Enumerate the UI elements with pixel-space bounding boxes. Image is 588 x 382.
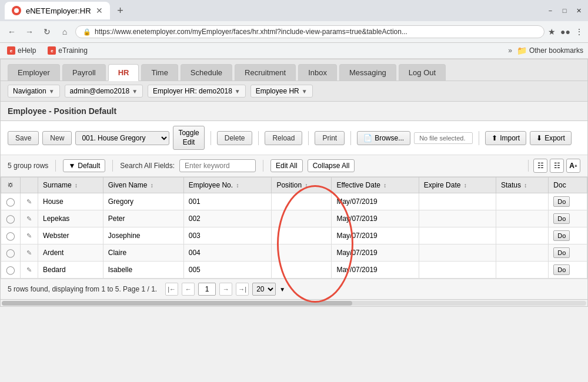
admin-dropdown[interactable]: admin@demo2018 ▼	[65, 85, 143, 98]
row-edit-cell[interactable]: ✎	[21, 210, 38, 227]
edit-all-button[interactable]: Edit All	[270, 159, 303, 172]
th-position-sort: ↕	[305, 182, 308, 189]
menu-icon[interactable]: ⋮	[575, 27, 583, 36]
th-effective-date[interactable]: Effective Date ↕	[332, 177, 419, 193]
row-toggle-icon[interactable]: ◯	[6, 231, 15, 240]
employer-hr-dropdown[interactable]: Employer HR: demo2018 ▼	[148, 85, 246, 98]
columns-icon-button[interactable]: ☷	[550, 159, 564, 173]
bookmarks-more-button[interactable]: »	[508, 46, 512, 55]
cell-doc[interactable]: Do	[549, 227, 587, 244]
row-edit-icon[interactable]: ✎	[26, 249, 32, 256]
bookmark-ehelp[interactable]: e eHelp	[5, 45, 38, 56]
row-edit-cell[interactable]: ✎	[21, 227, 38, 244]
horizontal-scrollbar[interactable]	[1, 299, 587, 306]
cell-doc[interactable]: Do	[549, 244, 587, 262]
doc-button[interactable]: Do	[553, 264, 570, 275]
employee-select[interactable]: 001. House Gregory	[75, 131, 169, 145]
row-edit-cell[interactable]: ✎	[21, 244, 38, 262]
page-last-button[interactable]: →|	[236, 283, 249, 296]
page-next-button[interactable]: →	[219, 283, 232, 296]
row-toggle-icon[interactable]: ◯	[6, 214, 15, 223]
row-edit-icon[interactable]: ✎	[26, 266, 32, 273]
tab-hr[interactable]: HR	[108, 64, 139, 81]
th-surname[interactable]: Surname ↕	[38, 177, 103, 193]
tab-recruitment[interactable]: Recruitment	[235, 64, 296, 81]
filter-icon-button[interactable]: ☷	[533, 159, 547, 173]
cell-doc[interactable]: Do	[549, 210, 587, 227]
cell-doc[interactable]: Do	[549, 262, 587, 279]
import-button[interactable]: ⬆ Import	[485, 131, 526, 145]
save-button[interactable]: Save	[8, 131, 39, 145]
doc-button[interactable]: Do	[553, 230, 570, 241]
close-button[interactable]: ✕	[574, 6, 583, 15]
reload-browser-button[interactable]: ↻	[40, 25, 54, 39]
row-edit-cell[interactable]: ✎	[21, 193, 38, 210]
employee-hr-label: Employee HR	[256, 87, 299, 95]
th-given-name[interactable]: Given Name ↕	[103, 177, 183, 193]
default-button[interactable]: ▼ Default	[63, 159, 105, 172]
tab-title: eNETEmployer:HR	[26, 6, 91, 15]
ehelp-favicon: e	[7, 46, 15, 55]
page-first-button[interactable]: |←	[165, 283, 178, 296]
row-toggle-icon[interactable]: ◯	[6, 265, 15, 274]
row-action-toggle[interactable]: ◯	[1, 227, 21, 244]
bookmark-star-icon[interactable]: ★	[548, 27, 556, 36]
page-number-input[interactable]	[198, 283, 216, 296]
tab-schedule[interactable]: Schedule	[181, 64, 232, 81]
maximize-button[interactable]: □	[560, 6, 569, 15]
new-button[interactable]: New	[42, 131, 72, 145]
row-action-toggle[interactable]: ◯	[1, 210, 21, 227]
address-bar[interactable]: 🔒 https://www.enetemployer.com/myEmploye…	[75, 25, 544, 38]
row-toggle-icon[interactable]: ◯	[6, 248, 15, 257]
new-tab-button[interactable]: +	[112, 2, 129, 19]
tab-messaging[interactable]: Messaging	[339, 64, 396, 81]
print-button[interactable]: Print	[315, 131, 345, 145]
minimize-button[interactable]: −	[546, 6, 555, 15]
home-button[interactable]: ⌂	[58, 25, 72, 39]
reload-button[interactable]: Reload	[265, 131, 302, 145]
tab-logout[interactable]: Log Out	[399, 64, 446, 81]
row-toggle-icon[interactable]: ◯	[6, 197, 15, 206]
bookmark-etraining[interactable]: e eTraining	[45, 45, 90, 56]
doc-button[interactable]: Do	[553, 213, 570, 224]
back-button[interactable]: ←	[5, 25, 19, 39]
doc-button[interactable]: Do	[553, 247, 570, 258]
row-action-toggle[interactable]: ◯	[1, 244, 21, 262]
forward-button[interactable]: →	[22, 25, 36, 39]
row-action-toggle[interactable]: ◯	[1, 262, 21, 279]
tab-time[interactable]: Time	[141, 64, 178, 81]
tab-inbox[interactable]: Inbox	[298, 64, 337, 81]
row-edit-icon[interactable]: ✎	[26, 215, 32, 222]
export-button[interactable]: ⬇ Export	[530, 131, 572, 145]
th-expire-date[interactable]: Expire Date ↕	[419, 177, 496, 193]
browser-tab[interactable]: eNETEmployer:HR ✕	[5, 2, 110, 19]
other-bookmarks-button[interactable]: 📁 Other bookmarks	[517, 46, 583, 55]
doc-button[interactable]: Do	[553, 196, 570, 207]
browse-button[interactable]: 📄 Browse...	[357, 131, 410, 145]
employer-hr-label: Employer HR: demo2018	[153, 87, 232, 95]
row-edit-cell[interactable]: ✎	[21, 262, 38, 279]
navigation-dropdown[interactable]: Navigation ▼	[8, 85, 60, 98]
page-prev-button[interactable]: ←	[182, 283, 195, 296]
scrollbar-thumb[interactable]	[2, 301, 352, 306]
cell-doc[interactable]: Do	[549, 193, 587, 210]
search-input[interactable]	[179, 159, 256, 172]
th-status[interactable]: Status ↕	[496, 177, 548, 193]
tab-close-button[interactable]: ✕	[96, 6, 103, 15]
row-edit-icon[interactable]: ✎	[26, 198, 32, 205]
row-action-toggle[interactable]: ◯	[1, 193, 21, 210]
tab-payroll[interactable]: Payroll	[62, 64, 106, 81]
toggle-edit-button[interactable]: ToggleEdit	[173, 126, 204, 150]
collapse-all-button[interactable]: Collapse All	[308, 159, 355, 172]
tab-employer[interactable]: Employer	[8, 64, 60, 81]
cell-effective-date: May/07/2019	[332, 210, 419, 227]
th-doc: Doc	[549, 177, 587, 193]
extensions-icon[interactable]: ●●	[560, 27, 570, 36]
employee-hr-dropdown[interactable]: Employee HR ▼	[250, 85, 313, 98]
row-edit-icon[interactable]: ✎	[26, 232, 32, 239]
per-page-select[interactable]: 20	[252, 283, 276, 296]
font-size-icon-button[interactable]: A+	[566, 159, 580, 173]
th-position[interactable]: Position ↕	[272, 177, 332, 193]
th-emp-no[interactable]: Employee No. ↕	[183, 177, 272, 193]
delete-button[interactable]: Delete	[217, 131, 253, 145]
